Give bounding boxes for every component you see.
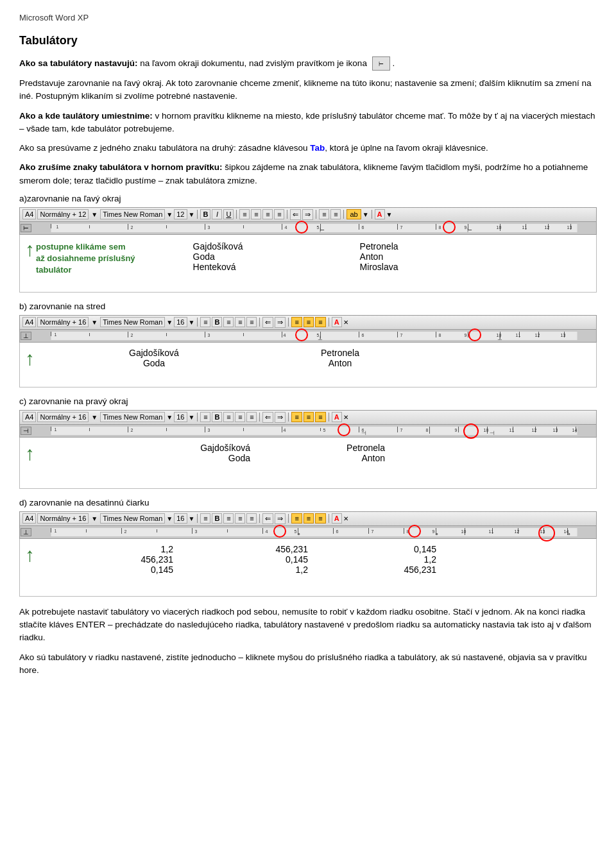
italic-btn-a[interactable]: I: [212, 209, 222, 219]
highlight-drop-a[interactable]: ▼: [363, 211, 369, 218]
indent-b[interactable]: ⇐: [262, 317, 273, 328]
fontcolor-drop-a[interactable]: ▼: [386, 211, 393, 218]
ruler-c-wrapper: ⊣ 1 2 3 4 5 6 7 8: [19, 425, 597, 438]
tb-font-c: Times New Roman: [100, 412, 165, 422]
font-color-a[interactable]: A: [375, 209, 385, 219]
tb-drop-b[interactable]: ▼: [91, 319, 98, 326]
svg-text:6: 6: [336, 529, 339, 534]
ruler-a-wrapper: ⊢ 1 2 3 4 5 6 7: [19, 222, 597, 235]
svg-text:7: 7: [400, 225, 403, 230]
highlight-d[interactable]: ≡: [291, 513, 302, 524]
align-j-d[interactable]: ≡: [246, 513, 257, 524]
num-d2-2: 0,145: [257, 554, 308, 565]
align-l-b[interactable]: ≡: [200, 317, 210, 327]
align-right-a[interactable]: ≡: [262, 209, 273, 219]
indent-inc-a[interactable]: ⇒: [302, 209, 313, 220]
align-r-c[interactable]: ≡: [235, 412, 245, 422]
bold-btn-d[interactable]: B: [212, 513, 222, 524]
svg-text:11: 11: [516, 333, 521, 337]
highlight-c[interactable]: ≡: [291, 412, 302, 422]
names-col-a2: Petronela Anton Miroslava: [360, 241, 424, 287]
tb-fontdrop-d[interactable]: ▼: [166, 515, 173, 522]
tb-sizedrop-b[interactable]: ▼: [189, 319, 195, 326]
align-c-b[interactable]: ≡: [223, 317, 234, 327]
align-c2-d[interactable]: ≡: [223, 513, 234, 524]
tb-sizedrop-a[interactable]: ▼: [189, 211, 195, 218]
ruler-d: ⊥ 1 2 3 4 5 6 7 8: [19, 526, 597, 539]
indent2-d[interactable]: ⇒: [275, 513, 286, 524]
close-d[interactable]: ✕: [343, 515, 348, 522]
tab-type-icon-d[interactable]: ⊥: [21, 528, 31, 536]
close-b[interactable]: ✕: [343, 319, 348, 326]
ruler-svg-d: 1 2 3 4 5 6 7 8 9 10: [32, 526, 596, 538]
ruler-b-wrapper: ⊥ 1 2 3 4 5 6 7 8: [19, 330, 597, 343]
align-c2-c[interactable]: ≡: [223, 412, 234, 422]
num-d3-2: 1,2: [385, 554, 436, 565]
svg-text:7: 7: [372, 529, 374, 534]
arrow-c: ↑: [25, 443, 35, 464]
tb-drop-d[interactable]: ▼: [91, 515, 98, 522]
highlight3-c[interactable]: ≡: [315, 412, 325, 422]
name-b1-2: Goda: [116, 358, 193, 368]
arrow-b: ↑: [25, 348, 35, 370]
tb-fontdrop-a[interactable]: ▼: [166, 211, 173, 218]
indent-c[interactable]: ⇐: [262, 412, 273, 423]
indent2-c[interactable]: ⇒: [275, 412, 286, 423]
align-l-d[interactable]: ≡: [200, 513, 210, 524]
highlight3-b[interactable]: ≡: [315, 317, 325, 327]
sep-4d: [329, 514, 329, 523]
name-a2-2: Anton: [360, 251, 424, 262]
toolbar-c: A4 Normálny + 16 ▼ Times New Roman ▼ 16 …: [19, 410, 597, 425]
tab-key-highlight: Tab: [310, 143, 325, 153]
indent-d[interactable]: ⇐: [262, 513, 273, 524]
intro-5-bold: Ako zrušíme znaky tabulátora v hornom pr…: [19, 162, 223, 172]
font-color-d[interactable]: A: [332, 513, 342, 524]
align-center-a[interactable]: ≡: [251, 209, 261, 219]
highlight-b[interactable]: ≡: [291, 317, 302, 327]
align-j-b[interactable]: ≡: [246, 317, 257, 327]
tb-sizedrop-c[interactable]: ▼: [189, 414, 195, 421]
svg-text:12: 12: [532, 428, 537, 432]
tab-type-icon-a[interactable]: ⊢: [21, 224, 31, 232]
bold-btn-b[interactable]: B: [212, 317, 222, 327]
svg-text:⚬: ⚬: [567, 531, 572, 538]
name-a1-3: Henteková: [193, 262, 270, 272]
numbering-a[interactable]: ≡: [319, 209, 329, 219]
align-left-a[interactable]: ≡: [239, 209, 250, 219]
highlight3-d[interactable]: ≡: [315, 513, 325, 524]
highlight2-d[interactable]: ≡: [304, 513, 314, 524]
bold-btn-c[interactable]: B: [212, 412, 222, 422]
sep-2c: [259, 413, 260, 422]
font-color-c[interactable]: A: [332, 412, 342, 422]
intro-paragraph-4: Ako sa presúvame z jedného znaku tabulát…: [19, 142, 597, 155]
align-j-c[interactable]: ≡: [246, 412, 257, 422]
tb-style-a: A4: [22, 209, 36, 219]
close-c[interactable]: ✕: [343, 414, 348, 421]
tb-fontdrop-b[interactable]: ▼: [166, 319, 173, 326]
tb-drop-c[interactable]: ▼: [91, 414, 98, 421]
align-justify-a[interactable]: ≡: [274, 209, 284, 219]
name-c1-2: Goda: [173, 453, 250, 463]
tb-drop-a[interactable]: ▼: [91, 211, 98, 218]
sep-1b: [197, 318, 198, 327]
indent-dec-a[interactable]: ⇐: [290, 209, 301, 220]
indent2-b[interactable]: ⇒: [275, 317, 286, 328]
highlight2-c[interactable]: ≡: [304, 412, 314, 422]
tb-sizedrop-d[interactable]: ▼: [189, 515, 195, 522]
align-r2-b[interactable]: ≡: [235, 317, 245, 327]
bullets-a[interactable]: ≡: [330, 209, 341, 219]
section-d-label: d) zarovnanie na desatinnú čiarku: [19, 498, 597, 507]
highlight2-b[interactable]: ≡: [304, 317, 314, 327]
tab-type-icon-b[interactable]: ⊥: [21, 332, 31, 340]
tb-fontdrop-c[interactable]: ▼: [166, 414, 173, 421]
align-r-d[interactable]: ≡: [235, 513, 245, 524]
section-a-label: a)zarovnanie na ľavý okraj: [19, 194, 597, 203]
highlight-a[interactable]: ab: [346, 209, 361, 219]
section-a: a)zarovnanie na ľavý okraj A4 Normálny +…: [19, 194, 597, 293]
bold-btn-a[interactable]: B: [200, 209, 210, 219]
underline-btn-a[interactable]: U: [223, 209, 234, 219]
align-l-c[interactable]: ≡: [200, 412, 210, 422]
font-color-b[interactable]: A: [332, 317, 342, 327]
nums-col-d2: 456,231 0,145 1,2: [257, 544, 308, 575]
tab-type-icon-c[interactable]: ⊣: [21, 427, 31, 435]
